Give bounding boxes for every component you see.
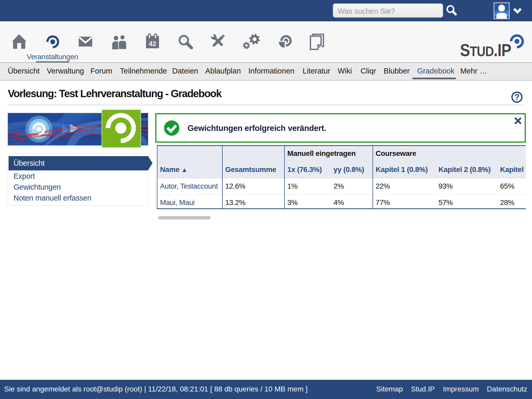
svg-text:?: ? bbox=[514, 92, 520, 102]
svg-text:42: 42 bbox=[149, 40, 156, 48]
